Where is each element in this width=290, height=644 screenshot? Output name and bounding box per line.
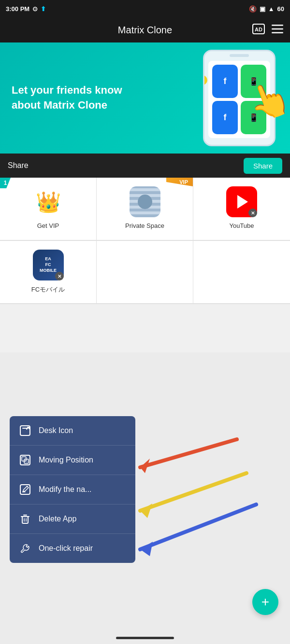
app-cell-empty-2 xyxy=(193,241,290,304)
moving-position-label: Moving Position xyxy=(39,456,93,464)
sun-decoration xyxy=(203,75,207,85)
status-bar: 3:00 PM ⊙ ⬆ 🔇 ▣ ▲ 60 xyxy=(0,0,290,17)
app-cell-fc-mobile[interactable]: EAFCMOBILE ✕ FCモバイル xyxy=(0,241,97,304)
app-grid-row2: EAFCMOBILE ✕ FCモバイル xyxy=(0,241,290,304)
one-click-repair-label: One-click repair xyxy=(39,544,93,553)
phone-fb-icon-1: f xyxy=(212,65,238,98)
banner-text: Let your friends know about Matrix Clone xyxy=(0,73,160,123)
edit-icon xyxy=(18,483,32,496)
promo-banner: Let your friends know about Matrix Clone… xyxy=(0,42,290,154)
trash-icon xyxy=(18,512,32,526)
phone-notch xyxy=(230,54,249,57)
app-cell-get-vip[interactable]: 1 👑 Get VIP xyxy=(0,178,97,240)
context-menu-delete-app[interactable]: Delete App xyxy=(10,504,135,534)
share-button[interactable]: Share xyxy=(244,158,282,174)
yt-close-icon: ✕ xyxy=(248,209,257,217)
get-vip-label: Get VIP xyxy=(37,222,59,229)
share-bar: Share Share xyxy=(0,154,290,178)
app-cell-empty-1 xyxy=(97,241,193,304)
svg-rect-2 xyxy=(272,25,283,26)
youtube-icon: ✕ xyxy=(226,186,257,217)
crown-icon: 👑 xyxy=(33,186,64,217)
app-grid-row1: 1 👑 Get VIP VIP Private Space ✕ YouTube xyxy=(0,178,290,241)
app-header: Matrix Clone AD xyxy=(0,17,290,42)
ad-icon[interactable]: AD xyxy=(252,24,265,37)
svg-rect-3 xyxy=(272,28,283,29)
vip-badge: VIP xyxy=(166,178,193,186)
mute-icon: 🔇 xyxy=(249,5,257,13)
battery-icon: 60 xyxy=(277,5,284,13)
alarm-icon: ⊙ xyxy=(32,5,38,13)
num-badge: 1 xyxy=(0,178,11,188)
repair-icon xyxy=(18,542,32,555)
private-space-icon xyxy=(130,186,160,217)
context-menu: Desk Icon Moving Position Modify the na.… xyxy=(10,416,135,563)
svg-rect-4 xyxy=(272,32,283,33)
fc-mobile-icon: EAFCMOBILE ✕ xyxy=(33,250,64,280)
app-cell-private-space[interactable]: VIP Private Space xyxy=(97,178,193,240)
fc-close-icon: ✕ xyxy=(55,272,64,280)
header-icons: AD xyxy=(252,24,283,37)
desk-icon xyxy=(18,424,32,437)
phone-fb-icon-2: f xyxy=(212,101,238,134)
svg-rect-16 xyxy=(20,485,30,494)
time: 3:00 PM xyxy=(6,5,29,13)
private-space-label: Private Space xyxy=(125,222,164,229)
context-menu-desk-icon[interactable]: Desk Icon xyxy=(10,416,135,446)
status-left: 3:00 PM ⊙ ⬆ xyxy=(6,5,46,13)
svg-rect-18 xyxy=(22,517,28,523)
svg-text:AD: AD xyxy=(255,27,262,32)
upload-icon: ⬆ xyxy=(41,5,46,13)
context-menu-moving-position[interactable]: Moving Position xyxy=(10,446,135,475)
yt-play-icon xyxy=(237,195,248,209)
sim-icon: ▣ xyxy=(260,5,265,13)
header-title: Matrix Clone xyxy=(118,25,172,36)
fc-mobile-label: FCモバイル xyxy=(31,285,65,294)
fab-button[interactable]: + xyxy=(252,589,278,615)
context-menu-modify-name[interactable]: Modify the na... xyxy=(10,475,135,504)
delete-app-label: Delete App xyxy=(39,515,76,523)
svg-rect-15 xyxy=(24,459,29,463)
desk-icon-label: Desk Icon xyxy=(39,426,73,435)
move-icon xyxy=(18,453,32,467)
share-label: Share xyxy=(8,161,29,170)
menu-icon[interactable] xyxy=(272,25,283,36)
context-menu-one-click-repair[interactable]: One-click repair xyxy=(10,534,135,563)
app-cell-youtube[interactable]: ✕ YouTube xyxy=(193,178,290,240)
modify-name-label: Modify the na... xyxy=(39,485,91,494)
wifi-icon: ▲ xyxy=(268,5,275,13)
fab-icon: + xyxy=(261,594,269,610)
home-indicator xyxy=(116,637,174,639)
status-right: 🔇 ▣ ▲ 60 xyxy=(249,5,284,13)
private-avatar xyxy=(138,195,152,209)
youtube-label: YouTube xyxy=(229,222,254,229)
